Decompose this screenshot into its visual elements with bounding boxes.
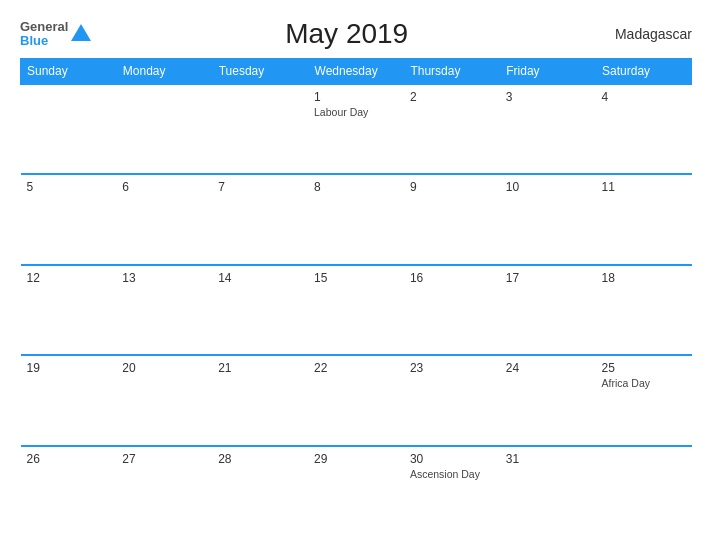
day-number: 28	[218, 452, 302, 466]
day-number: 8	[314, 180, 398, 194]
event-label: Labour Day	[314, 106, 398, 118]
calendar-cell: 30Ascension Day	[404, 446, 500, 536]
week-row-0: 1Labour Day234	[21, 84, 692, 174]
weekday-header-thursday: Thursday	[404, 59, 500, 85]
day-number: 31	[506, 452, 590, 466]
day-number: 9	[410, 180, 494, 194]
day-number: 29	[314, 452, 398, 466]
calendar-table: SundayMondayTuesdayWednesdayThursdayFrid…	[20, 58, 692, 536]
day-number: 16	[410, 271, 494, 285]
calendar-cell: 28	[212, 446, 308, 536]
calendar-cell: 4	[596, 84, 692, 174]
day-number: 10	[506, 180, 590, 194]
weekday-header-monday: Monday	[116, 59, 212, 85]
day-number: 30	[410, 452, 494, 466]
logo-triangle-icon	[71, 24, 91, 41]
calendar-cell: 31	[500, 446, 596, 536]
logo: General Blue	[20, 20, 91, 49]
calendar-cell: 7	[212, 174, 308, 264]
day-number: 20	[122, 361, 206, 375]
weekday-header-saturday: Saturday	[596, 59, 692, 85]
day-number: 5	[27, 180, 111, 194]
day-number: 21	[218, 361, 302, 375]
event-label: Africa Day	[602, 377, 686, 389]
calendar-cell: 22	[308, 355, 404, 445]
calendar-cell: 19	[21, 355, 117, 445]
day-number: 27	[122, 452, 206, 466]
calendar-cell: 1Labour Day	[308, 84, 404, 174]
day-number: 1	[314, 90, 398, 104]
calendar-cell: 9	[404, 174, 500, 264]
calendar-page: General Blue May 2019 Madagascar SundayM…	[0, 0, 712, 550]
calendar-cell: 17	[500, 265, 596, 355]
week-row-3: 19202122232425Africa Day	[21, 355, 692, 445]
calendar-cell: 26	[21, 446, 117, 536]
weekday-header-row: SundayMondayTuesdayWednesdayThursdayFrid…	[21, 59, 692, 85]
calendar-cell	[21, 84, 117, 174]
day-number: 4	[602, 90, 686, 104]
weekday-header-wednesday: Wednesday	[308, 59, 404, 85]
logo-blue-text: Blue	[20, 34, 68, 48]
calendar-cell: 15	[308, 265, 404, 355]
calendar-cell: 3	[500, 84, 596, 174]
day-number: 15	[314, 271, 398, 285]
calendar-cell	[212, 84, 308, 174]
calendar-cell: 21	[212, 355, 308, 445]
calendar-cell	[596, 446, 692, 536]
calendar-cell: 10	[500, 174, 596, 264]
calendar-title: May 2019	[91, 18, 602, 50]
logo-general-text: General	[20, 20, 68, 34]
calendar-cell: 5	[21, 174, 117, 264]
day-number: 12	[27, 271, 111, 285]
week-row-1: 567891011	[21, 174, 692, 264]
calendar-cell: 8	[308, 174, 404, 264]
logo-text: General Blue	[20, 20, 68, 49]
day-number: 3	[506, 90, 590, 104]
week-row-4: 2627282930Ascension Day31	[21, 446, 692, 536]
day-number: 22	[314, 361, 398, 375]
day-number: 23	[410, 361, 494, 375]
calendar-cell: 20	[116, 355, 212, 445]
day-number: 7	[218, 180, 302, 194]
day-number: 24	[506, 361, 590, 375]
day-number: 6	[122, 180, 206, 194]
calendar-cell: 13	[116, 265, 212, 355]
header: General Blue May 2019 Madagascar	[20, 18, 692, 50]
day-number: 14	[218, 271, 302, 285]
calendar-cell: 14	[212, 265, 308, 355]
calendar-cell: 27	[116, 446, 212, 536]
day-number: 2	[410, 90, 494, 104]
calendar-cell: 16	[404, 265, 500, 355]
event-label: Ascension Day	[410, 468, 494, 480]
calendar-cell: 18	[596, 265, 692, 355]
day-number: 19	[27, 361, 111, 375]
calendar-cell: 6	[116, 174, 212, 264]
calendar-cell: 2	[404, 84, 500, 174]
calendar-cell	[116, 84, 212, 174]
country-label: Madagascar	[602, 26, 692, 42]
weekday-header-sunday: Sunday	[21, 59, 117, 85]
weekday-header-friday: Friday	[500, 59, 596, 85]
day-number: 11	[602, 180, 686, 194]
day-number: 13	[122, 271, 206, 285]
day-number: 26	[27, 452, 111, 466]
calendar-cell: 11	[596, 174, 692, 264]
calendar-cell: 12	[21, 265, 117, 355]
calendar-cell: 24	[500, 355, 596, 445]
day-number: 25	[602, 361, 686, 375]
day-number: 17	[506, 271, 590, 285]
week-row-2: 12131415161718	[21, 265, 692, 355]
day-number: 18	[602, 271, 686, 285]
calendar-cell: 25Africa Day	[596, 355, 692, 445]
weekday-header-tuesday: Tuesday	[212, 59, 308, 85]
calendar-cell: 23	[404, 355, 500, 445]
calendar-cell: 29	[308, 446, 404, 536]
